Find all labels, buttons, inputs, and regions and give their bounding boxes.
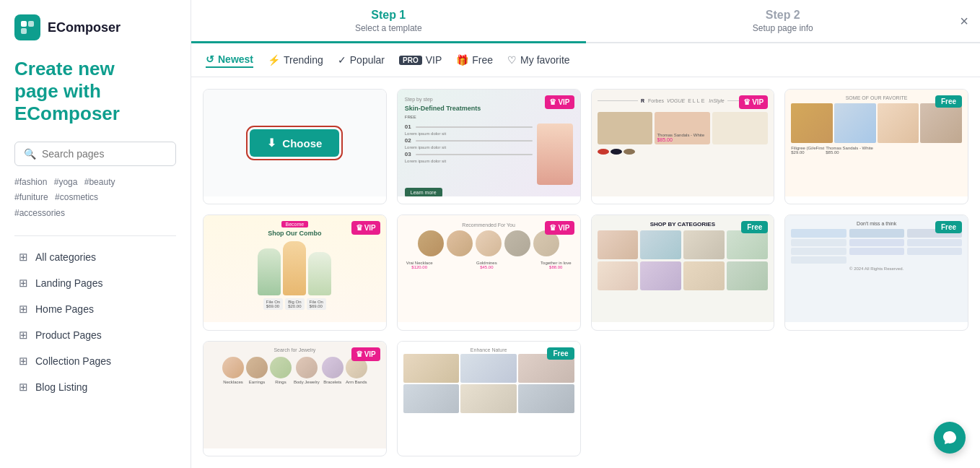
template-card-skincare-banner1[interactable]: Step by step Skin-Defined Treatments FRE… xyxy=(397,89,581,204)
free-badge: Free xyxy=(935,95,962,108)
svg-rect-1 xyxy=(28,21,34,27)
nav-label: Landing Pages xyxy=(35,277,102,289)
grid-icon: ⊞ xyxy=(19,303,28,316)
logo-area: EComposer xyxy=(14,14,176,40)
sidebar-item-blog-listing[interactable]: ⊞ Blog Listing xyxy=(14,375,176,399)
sidebar: EComposer Create new page with EComposer… xyxy=(0,0,191,468)
favorite-icon[interactable]: ♡ xyxy=(949,329,959,330)
nav-label: Blog Listing xyxy=(35,381,87,393)
vip-badge: ♛ VIP xyxy=(351,347,380,361)
close-button[interactable]: × xyxy=(960,14,968,28)
filter-newest[interactable]: ↺ Newest xyxy=(206,52,253,68)
svg-rect-2 xyxy=(21,28,27,34)
nav-label: All categories xyxy=(35,251,96,263)
pro-badge: PRO xyxy=(399,56,422,65)
card-footer: Jewelry Categories ♡ xyxy=(204,448,386,456)
card-footer: Skincare Product Our Co... ♡ xyxy=(204,322,386,330)
nav-label: Product Pages xyxy=(35,329,102,341)
filter-trending[interactable]: ⚡ Trending xyxy=(268,53,323,67)
card-footer: Handmade home Product... ♡ xyxy=(785,196,968,204)
search-box[interactable]: 🔍 xyxy=(14,142,176,166)
popular-icon: ✓ xyxy=(338,54,346,66)
logo-text: EComposer xyxy=(48,20,121,35)
choose-button[interactable]: ⬇ Choose xyxy=(250,129,339,157)
card-footer: Handmade2 Product ♡ xyxy=(398,322,580,330)
nav-divider xyxy=(14,235,176,236)
favorite-icon[interactable]: ♡ xyxy=(755,329,765,330)
filter-vip[interactable]: PRO VIP xyxy=(399,53,442,67)
filter-label: Popular xyxy=(350,54,385,66)
favorite-icon[interactable]: ♡ xyxy=(367,329,377,330)
template-card-blank[interactable]: ⬇ Choose Blank Template ♡ xyxy=(203,89,387,204)
grid-icon: ⊞ xyxy=(19,251,28,264)
vip-badge: ♛ VIP xyxy=(545,221,574,235)
step2-label: Step 2 xyxy=(766,9,800,22)
template-card-jewelry[interactable]: Search for Jewelry Necklaces Earrings xyxy=(203,341,387,456)
filter-free[interactable]: 🎁 Free xyxy=(456,53,493,67)
chat-button[interactable] xyxy=(934,422,966,454)
template-card-handmade2-brand[interactable]: R Forbes VOGUE ELLE InStyle Thomas Sanda… xyxy=(591,89,775,204)
filter-my-favorite[interactable]: ♡ My favorite xyxy=(507,53,569,67)
free-badge: Free xyxy=(741,221,768,233)
sidebar-item-all-categories[interactable]: ⊞ All categories xyxy=(14,245,176,269)
favorite-icon[interactable]: ♡ xyxy=(755,204,765,204)
search-input[interactable] xyxy=(42,148,167,160)
card-footer: Blank Template ♡ xyxy=(204,196,386,204)
filter-label: Free xyxy=(472,54,493,66)
vip-badge: ♛ VIP xyxy=(545,95,574,109)
template-card-handmade-home2[interactable]: SHOP BY CATEGORIES Free xyxy=(591,214,775,330)
sidebar-item-product-pages[interactable]: ⊞ Product Pages xyxy=(14,323,176,347)
main-content: Step 1 Select a template Step 2 Setup pa… xyxy=(191,0,980,468)
favorite-icon[interactable]: ♡ xyxy=(949,204,959,204)
step1-tab[interactable]: Step 1 Select a template xyxy=(191,0,586,43)
template-grid: ⬇ Choose Blank Template ♡ Step by step S… xyxy=(191,77,980,468)
skincare1-thumb: Step by step Skin-Defined Treatments FRE… xyxy=(398,90,580,196)
grid-icon: ⊞ xyxy=(19,329,28,342)
filter-label: Trending xyxy=(284,54,323,66)
step2-tab[interactable]: Step 2 Setup page info xyxy=(586,0,981,42)
sidebar-item-landing-pages[interactable]: ⊞ Landing Pages xyxy=(14,271,176,295)
favorite-icon[interactable]: ♡ xyxy=(367,204,377,204)
handmade2-thumb: Recommended For You Vrai Necklace$120.00… xyxy=(398,215,580,322)
card-footer: Handmade2 brand ♡ xyxy=(592,196,774,204)
grid-icon: ⊞ xyxy=(19,277,28,290)
download-icon: ⬇ xyxy=(267,136,276,150)
free-badge: Free xyxy=(935,221,962,233)
jewelry-thumb: Search for Jewelry Necklaces Earrings xyxy=(204,342,386,448)
tags-area: #fashion #yoga #beauty #funiture #cosmet… xyxy=(14,175,176,222)
grid-icon: ⊞ xyxy=(19,355,28,368)
free-badge: Free xyxy=(547,347,574,360)
template-card-handmade2-product[interactable]: Recommended For You Vrai Necklace$120.00… xyxy=(397,214,581,330)
search-icon: 🔍 xyxy=(24,148,36,160)
vip-badge: ♛ VIP xyxy=(739,95,768,109)
template-card-collection-free[interactable]: Don't miss a think xyxy=(784,214,968,330)
favorite-icon[interactable]: ♡ xyxy=(561,204,572,204)
handmade1-thumb: R Forbes VOGUE ELLE InStyle Thomas Sanda… xyxy=(592,90,774,196)
favorite-icon[interactable]: ♡ xyxy=(561,456,572,456)
filter-bar: ↺ Newest ⚡ Trending ✓ Popular PRO VIP 🎁 … xyxy=(191,43,980,77)
logo-icon xyxy=(14,14,40,40)
nav-label: Collection Pages xyxy=(35,355,111,367)
template-card-handmade-home[interactable]: SOME OF OUR FAVORITE Filigree (Gi/eFirst… xyxy=(784,89,968,204)
heart-icon: ♡ xyxy=(507,54,517,66)
filter-popular[interactable]: ✓ Popular xyxy=(338,53,385,67)
vip-badge: ♛ VIP xyxy=(351,221,380,235)
card-footer: Collection Free ♡ xyxy=(785,322,968,330)
filter-label: My favorite xyxy=(520,54,569,66)
favorite-icon[interactable]: ♡ xyxy=(561,329,572,330)
filter-label: Newest xyxy=(218,53,253,65)
sidebar-item-collection-pages[interactable]: ⊞ Collection Pages xyxy=(14,349,176,373)
card-footer: Skincare Banner1 ♡ xyxy=(398,196,580,204)
sidebar-item-home-pages[interactable]: ⊞ Home Pages xyxy=(14,297,176,321)
template-card-skincare2[interactable]: Become Shop Our Combo File On$69.00 Big … xyxy=(203,214,387,330)
handmade-home2-thumb: SHOP BY CATEGORIES Free xyxy=(592,215,774,322)
svg-rect-0 xyxy=(21,21,27,27)
step1-sub: Select a template xyxy=(355,23,422,33)
template-card-shop-categories[interactable]: Enhance Nature Free Shop Categories ♡ xyxy=(397,341,581,456)
favorite-icon[interactable]: ♡ xyxy=(367,456,377,456)
trending-icon: ⚡ xyxy=(268,54,280,66)
steps-header: Step 1 Select a template Step 2 Setup pa… xyxy=(191,0,980,43)
filter-label: VIP xyxy=(426,54,442,66)
grid-icon: ⊞ xyxy=(19,381,28,394)
step1-label: Step 1 xyxy=(371,9,406,22)
